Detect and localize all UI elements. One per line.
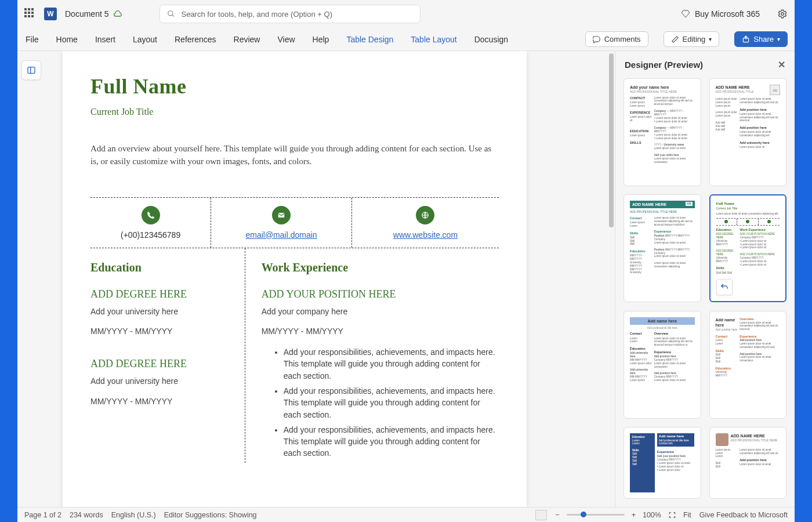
company-1[interactable]: Add your company here: [262, 306, 499, 318]
design-card-1[interactable]: Add your name here ADD PROFESSIONAL TITL…: [624, 78, 701, 186]
work-bullet-3[interactable]: Add your responsibilities, achievements,…: [284, 424, 499, 459]
buy-m365-button[interactable]: Buy Microsoft 365: [677, 7, 763, 21]
designer-panel: Designer (Preview) ✕ Add your name here …: [615, 51, 795, 507]
app-launcher-icon[interactable]: [24, 8, 36, 20]
zoom-slider[interactable]: [567, 514, 625, 516]
design-card-2[interactable]: AB ADD NAME HERE ADD PROFESSIONAL TITLE …: [709, 78, 787, 186]
design-card-4-selected[interactable]: Full Name Current Job Title Lorem ipsum …: [709, 194, 787, 302]
zoom-in-button[interactable]: +: [632, 511, 636, 519]
panel-icon: [27, 66, 36, 75]
design-card-6[interactable]: Add name hereAdd subtitle hereContactLor…: [709, 311, 787, 419]
comments-button[interactable]: Comments: [585, 31, 648, 47]
work-dates-1[interactable]: MM/YYYY - MM/YYYY: [262, 327, 499, 336]
designer-title: Designer (Preview): [625, 60, 703, 70]
contact-phone-cell[interactable]: (+00)123456789: [90, 198, 211, 248]
fit-width-icon[interactable]: [668, 511, 676, 519]
design-card-3[interactable]: ADD NAME HERE AB ADD PROFESSIONAL TITLE …: [624, 194, 701, 302]
university-1[interactable]: Add your university here: [90, 306, 233, 318]
chevron-down-icon: ▾: [709, 36, 712, 42]
degree-1[interactable]: ADD DEGREE HERE: [90, 288, 233, 300]
comments-label: Comments: [604, 35, 641, 44]
edu-dates-2[interactable]: MM/YYYY - MM/YYYY: [90, 397, 233, 406]
editing-label: Editing: [683, 35, 706, 44]
tab-table-design[interactable]: Table Design: [345, 31, 394, 48]
design-card-5[interactable]: Add name here Add professional title her…: [624, 311, 701, 419]
document-page[interactable]: Full Name Current Job Title Add an overv…: [63, 51, 527, 507]
tab-insert[interactable]: Insert: [94, 31, 117, 48]
work-bullet-1[interactable]: Add your responsibilities, achievements,…: [284, 346, 499, 382]
navigation-pane-button[interactable]: [21, 60, 41, 80]
tab-references[interactable]: References: [173, 31, 217, 48]
degree-2[interactable]: ADD DEGREE HERE: [90, 358, 233, 370]
tab-file[interactable]: File: [24, 31, 40, 48]
design-card-7[interactable]: EducationLoremLoremSkillsSkillSkillSkill…: [624, 427, 701, 499]
diamond-icon: [681, 9, 690, 19]
undo-design-button[interactable]: [716, 279, 733, 295]
globe-icon: [416, 206, 434, 224]
position-1[interactable]: ADD YOUR POSITION HERE: [262, 288, 499, 300]
tab-view[interactable]: View: [276, 31, 296, 48]
resume-job-title[interactable]: Current Job Title: [90, 107, 499, 117]
phone-icon: [142, 206, 160, 224]
svg-point-0: [168, 11, 173, 16]
share-icon: [742, 35, 750, 44]
scrollbar-thumb[interactable]: [609, 53, 614, 227]
status-words[interactable]: 234 words: [70, 511, 103, 519]
search-placeholder: Search for tools, help, and more (Option…: [181, 10, 332, 19]
undo-icon: [720, 282, 729, 292]
status-page[interactable]: Page 1 of 2: [24, 511, 61, 519]
tab-layout[interactable]: Layout: [132, 31, 158, 48]
search-icon: [167, 10, 175, 18]
svg-rect-4: [28, 67, 35, 74]
search-input[interactable]: Search for tools, help, and more (Option…: [160, 5, 420, 23]
settings-icon[interactable]: [777, 9, 788, 19]
work-bullet-2[interactable]: Add your responsibilities, achievements,…: [284, 385, 499, 420]
email-icon: [272, 206, 291, 224]
svg-point-2: [781, 13, 784, 16]
close-icon[interactable]: ✕: [778, 59, 785, 70]
share-button[interactable]: Share ▾: [734, 31, 788, 47]
tab-table-layout[interactable]: Table Layout: [409, 31, 458, 48]
word-logo-icon: W: [44, 8, 57, 20]
zoom-slider-thumb[interactable]: [581, 512, 586, 517]
resume-full-name[interactable]: Full Name: [90, 74, 499, 99]
document-title[interactable]: Document 5: [65, 9, 108, 19]
zoom-out-button[interactable]: −: [555, 511, 559, 519]
contact-email-cell[interactable]: email@mail.domain: [211, 198, 351, 248]
svg-line-1: [172, 15, 174, 17]
resume-overview[interactable]: Add an overview about yourself here. Thi…: [90, 143, 499, 168]
work-header[interactable]: Work Experience: [262, 261, 499, 274]
tab-review[interactable]: Review: [233, 31, 262, 48]
status-language[interactable]: English (U.S.): [111, 511, 156, 519]
pencil-icon: [671, 35, 679, 44]
tab-home[interactable]: Home: [55, 31, 79, 48]
saved-cloud-icon[interactable]: [113, 9, 122, 19]
comment-icon: [593, 35, 601, 44]
share-label: Share: [753, 35, 774, 44]
contact-website[interactable]: www.website.com: [356, 230, 495, 240]
document-canvas[interactable]: Full Name Current Job Title Add an overv…: [45, 51, 608, 507]
buy-m365-label: Buy Microsoft 365: [695, 9, 760, 19]
fit-button[interactable]: Fit: [683, 511, 691, 519]
editing-mode-button[interactable]: Editing ▾: [664, 31, 720, 47]
design-card-8[interactable]: ADD NAME HERE ADD PROFESSIONAL TITLE HER…: [709, 427, 787, 499]
zoom-level[interactable]: 100%: [643, 511, 661, 519]
vertical-scrollbar[interactable]: [608, 51, 615, 507]
education-header[interactable]: Education: [90, 261, 233, 274]
feedback-link[interactable]: Give Feedback to Microsoft: [699, 511, 788, 519]
reading-view-button[interactable]: [535, 510, 547, 520]
tab-docusign[interactable]: Docusign: [473, 31, 509, 48]
edu-dates-1[interactable]: MM/YYYY - MM/YYYY: [90, 327, 233, 336]
contact-website-cell[interactable]: www.website.com: [351, 198, 499, 248]
contact-email[interactable]: email@mail.domain: [215, 230, 348, 240]
tab-help[interactable]: Help: [311, 31, 331, 48]
contact-phone[interactable]: (+00)123456789: [94, 230, 207, 240]
university-2[interactable]: Add your university here: [90, 376, 233, 387]
chevron-down-icon: ▾: [777, 36, 780, 42]
status-suggestions[interactable]: Editor Suggestions: Showing: [164, 511, 257, 519]
